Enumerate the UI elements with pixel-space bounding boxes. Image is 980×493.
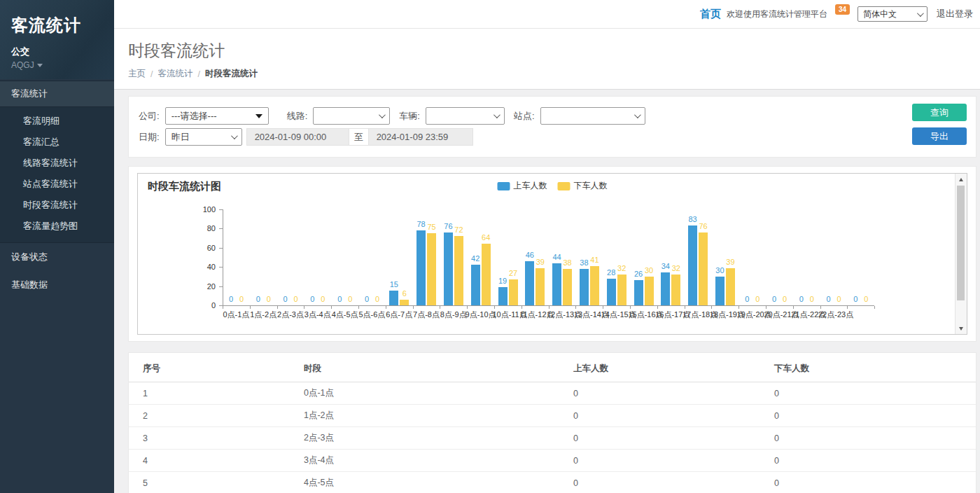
bar-value-alighting: 41 (584, 256, 604, 264)
bar-boarding (607, 279, 616, 305)
org-code-label: AQGJ (11, 60, 34, 70)
x-axis-label: 15点-16点 (628, 310, 659, 320)
date-label: 日期: (139, 131, 160, 144)
home-link[interactable]: 首页 (700, 8, 721, 21)
breadcrumb-home[interactable]: 主页 (128, 68, 146, 80)
x-axis-tick (630, 306, 631, 309)
cell-alighting: 0 (760, 472, 976, 493)
y-axis-tick (219, 248, 223, 249)
bar-value-alighting: 64 (476, 233, 496, 242)
col-header-period: 时段 (290, 356, 559, 382)
sidebar-item-passenger-stats[interactable]: 客流统计 (0, 81, 114, 107)
sidebar-item-station-stats[interactable]: 站点客流统计 (0, 174, 114, 195)
company-label: 公司: (139, 110, 160, 123)
x-axis-label: 16点-17点 (655, 310, 686, 320)
vehicle-select[interactable] (426, 107, 505, 125)
x-axis-tick (440, 306, 440, 309)
bar-value-alighting: 0 (368, 295, 387, 303)
company-select[interactable]: ---请选择--- (165, 107, 269, 125)
cell-alighting: 0 (760, 450, 976, 472)
cell-boarding: 0 (559, 427, 760, 450)
chart-legend: 上车人数 下车人数 (498, 180, 608, 192)
bar-alighting (563, 269, 572, 305)
table-row: 32点-3点00 (129, 427, 976, 450)
x-axis-tick (386, 306, 386, 309)
triangle-down-icon (255, 114, 262, 118)
date-from-input[interactable]: 2024-01-09 00:00 (246, 128, 349, 146)
table-row: 10点-1点00 (129, 382, 976, 405)
bar-value-boarding: 15 (384, 280, 404, 289)
date-preset-select[interactable]: 昨日 (165, 128, 242, 146)
x-axis-label: 18点-19点 (710, 310, 741, 320)
bar-boarding (471, 265, 480, 305)
language-select[interactable]: 简体中文 (858, 6, 927, 22)
breadcrumb-current: 时段客流统计 (205, 68, 258, 80)
x-axis-label: 9点-10点 (465, 310, 496, 320)
x-axis-tick (250, 306, 251, 309)
legend-swatch-alighting (558, 182, 570, 190)
x-axis-label: 10点-11点 (492, 310, 523, 320)
chart-scrollbar[interactable] (955, 174, 967, 334)
x-axis-tick (304, 306, 304, 309)
topbar: 首页 欢迎使用客流统计管理平台 34 简体中文 退出登录 (114, 0, 980, 29)
cell-alighting: 0 (760, 427, 976, 450)
breadcrumb-passenger-stats[interactable]: 客流统计 (158, 68, 192, 80)
filter-panel: 公司: ---请选择--- 线路: 车辆: 站点: (128, 96, 976, 158)
x-axis-label: 20点-21点 (764, 310, 794, 320)
chevron-down-icon (634, 111, 640, 118)
filter-buttons: 查询 导出 (912, 104, 967, 145)
table-row: 43点-4点00 (129, 450, 976, 472)
x-axis-label: 12点-13点 (547, 310, 578, 320)
sidebar-item-period-stats[interactable]: 时段客流统计 (0, 195, 114, 216)
y-axis-label: 0 (195, 301, 216, 310)
chevron-down-icon (379, 111, 386, 118)
scrollbar-thumb[interactable] (957, 186, 965, 300)
scrollbar-up-arrow[interactable] (955, 174, 967, 185)
bar-alighting (536, 268, 545, 305)
x-axis-tick (820, 306, 821, 309)
search-button[interactable]: 查询 (912, 104, 967, 121)
bar-value-alighting: 0 (856, 295, 876, 303)
line-select[interactable] (313, 107, 390, 125)
sidebar-item-device-status[interactable]: 设备状态 (0, 243, 114, 271)
x-axis-tick (413, 306, 414, 309)
cell-period: 2点-3点 (290, 427, 559, 450)
x-axis-tick (494, 306, 495, 309)
org-code-dropdown[interactable]: AQGJ (11, 60, 103, 70)
x-axis-tick (603, 306, 603, 309)
sidebar-item-line-stats[interactable]: 线路客流统计 (0, 153, 114, 174)
bar-value-alighting: 39 (720, 258, 740, 266)
x-axis-tick (522, 306, 522, 309)
cell-index: 4 (129, 450, 290, 472)
bar-boarding (688, 225, 697, 305)
cell-period: 0点-1点 (290, 382, 559, 405)
cell-index: 1 (129, 382, 290, 405)
bar-boarding (580, 269, 589, 305)
station-select[interactable] (540, 107, 645, 125)
sidebar-item-trend-chart[interactable]: 客流量趋势图 (0, 216, 114, 237)
sidebar-item-passenger-summary[interactable]: 客流汇总 (0, 132, 114, 153)
table-row: 54点-5点00 (129, 472, 976, 493)
date-to-input[interactable]: 2024-01-09 23:59 (368, 128, 473, 146)
sidebar-item-passenger-detail[interactable]: 客流明细 (0, 111, 114, 132)
y-axis-label: 20 (195, 282, 216, 291)
y-axis-label: 100 (195, 205, 216, 214)
export-button[interactable]: 导出 (912, 127, 967, 145)
cell-boarding: 0 (559, 382, 760, 405)
x-axis-tick (874, 306, 875, 309)
breadcrumb-separator: / (197, 69, 200, 79)
cell-boarding: 0 (559, 405, 760, 427)
y-axis-label: 80 (195, 224, 216, 232)
x-axis-label: 3点-4点 (302, 310, 333, 320)
x-axis-label: 0点-1点 (220, 310, 251, 320)
sidebar-item-base-data[interactable]: 基础数据 (0, 271, 114, 299)
legend-item-boarding[interactable]: 上车人数 (498, 180, 547, 192)
logout-link[interactable]: 退出登录 (937, 8, 973, 20)
bar-value-alighting: 72 (449, 225, 468, 234)
scrollbar-down-arrow[interactable] (955, 323, 967, 334)
x-axis-tick (738, 306, 739, 309)
sidebar-logo-area: 客流统计 公交 AQGJ (0, 0, 114, 79)
y-axis-tick (219, 228, 223, 229)
table-row: 21点-2点00 (129, 405, 976, 427)
legend-item-alighting[interactable]: 下车人数 (558, 180, 608, 192)
